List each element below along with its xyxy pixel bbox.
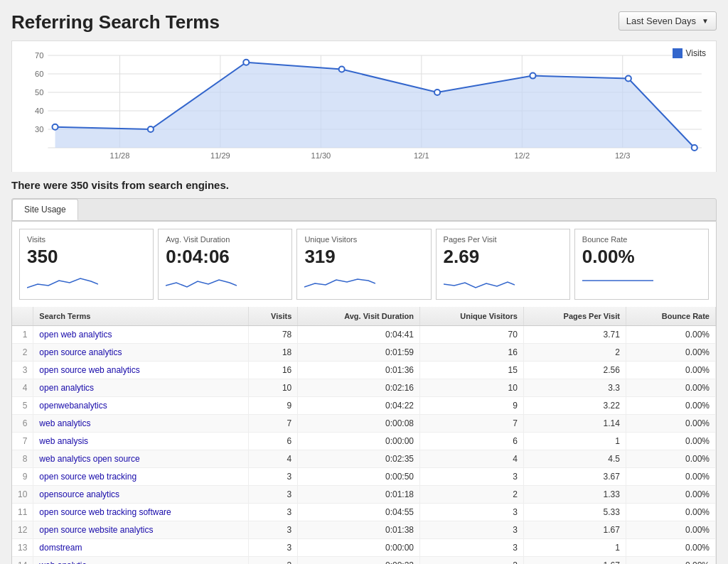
avg-duration-sparkline — [166, 270, 237, 291]
cell-avg-duration: 0:01:59 — [298, 343, 420, 361]
term-link[interactable]: open source web tracking — [39, 472, 136, 482]
tab-site-usage-label: Site Usage — [24, 205, 66, 215]
cell-bounce: 0.00% — [626, 432, 715, 450]
cell-visits: 6 — [249, 432, 298, 450]
cell-visits: 9 — [249, 396, 298, 414]
cell-num: 11 — [12, 503, 33, 521]
cell-avg-duration: 0:02:35 — [298, 450, 420, 467]
cell-ppv: 1.67 — [523, 556, 626, 564]
svg-text:40: 40 — [35, 107, 43, 115]
svg-point-31 — [692, 145, 697, 151]
cell-ppv: 1 — [523, 538, 626, 556]
cell-ppv: 1 — [523, 432, 626, 450]
cell-avg-duration: 0:01:36 — [298, 361, 420, 379]
svg-point-26 — [243, 60, 249, 65]
metric-avg-duration-label: Avg. Visit Duration — [166, 235, 284, 244]
unique-visitors-sparkline — [304, 270, 375, 291]
cell-avg-duration: 0:02:16 — [298, 379, 420, 396]
tab-site-usage[interactable]: Site Usage — [12, 199, 78, 220]
term-link[interactable]: web analytics — [39, 418, 90, 428]
cell-avg-duration: 0:00:00 — [298, 432, 420, 450]
cell-num: 7 — [12, 432, 33, 450]
chevron-down-icon: ▼ — [702, 17, 709, 25]
term-link[interactable]: open web analytics — [39, 330, 112, 340]
cell-term: open source web tracking — [33, 467, 249, 485]
cell-unique: 70 — [420, 325, 524, 343]
cell-ppv: 4.5 — [523, 450, 626, 467]
cell-term: open source web analytics — [33, 361, 249, 379]
svg-text:11/30: 11/30 — [311, 151, 331, 160]
table-row: 2 open source analytics 18 0:01:59 16 2 … — [12, 343, 716, 361]
metric-unique-label: Unique Visitors — [304, 235, 423, 244]
date-range-button[interactable]: Last Seven Days ▼ — [619, 11, 717, 31]
metric-unique-value: 319 — [304, 246, 423, 267]
cell-term: open source analytics — [33, 343, 249, 361]
metric-unique-visitors: Unique Visitors 319 — [296, 229, 431, 300]
cell-bounce: 0.00% — [626, 361, 715, 379]
cell-term: web analytics — [33, 414, 249, 432]
table-row: 7 web analysis 6 0:00:00 6 1 0.00% — [12, 432, 716, 450]
metric-avg-duration-value: 0:04:06 — [166, 246, 284, 267]
cell-term: opensource analytics — [33, 485, 249, 503]
cell-visits: 10 — [249, 379, 298, 396]
term-link[interactable]: domstream — [39, 543, 82, 553]
svg-point-27 — [339, 67, 345, 72]
cell-num: 1 — [12, 325, 33, 343]
table-row: 5 openwebanalytics 9 0:04:22 9 3.22 0.00… — [12, 396, 716, 414]
col-ppv: Pages Per Visit — [523, 307, 626, 326]
cell-bounce: 0.00% — [626, 379, 715, 396]
term-link[interactable]: opensource analytics — [39, 489, 119, 499]
svg-point-30 — [626, 76, 631, 82]
metric-ppv-value: 2.69 — [444, 246, 562, 267]
legend-color-box — [673, 48, 682, 58]
term-link[interactable]: web analysis — [39, 436, 88, 446]
svg-point-24 — [52, 124, 58, 130]
date-range-label: Last Seven Days — [626, 16, 696, 26]
term-link[interactable]: web analytic — [39, 560, 86, 564]
search-terms-table: Search Terms Visits Avg. Visit Duration … — [12, 307, 716, 564]
cell-visits: 4 — [249, 450, 298, 467]
cell-term: openwebanalytics — [33, 396, 249, 414]
cell-unique: 3 — [420, 538, 524, 556]
cell-bounce: 0.00% — [626, 538, 715, 556]
col-search-terms: Search Terms — [33, 307, 249, 326]
term-link[interactable]: web analytics open source — [39, 454, 139, 464]
cell-bounce: 0.00% — [626, 503, 715, 521]
metric-pages-per-visit: Pages Per Visit 2.69 — [436, 229, 570, 300]
metric-visits: Visits 350 — [19, 229, 154, 300]
term-link[interactable]: open source web analytics — [39, 365, 139, 375]
cell-visits: 3 — [249, 538, 298, 556]
term-link[interactable]: open source analytics — [39, 347, 122, 357]
cell-avg-duration: 0:00:08 — [298, 414, 420, 432]
chart-container: Visits 70 60 50 40 30 11/28 11/29 11/30 … — [11, 40, 717, 172]
term-link[interactable]: open analytics — [39, 383, 94, 393]
cell-ppv: 1.67 — [523, 521, 626, 538]
cell-term: open web analytics — [33, 325, 249, 343]
svg-text:50: 50 — [35, 88, 43, 97]
metric-avg-duration: Avg. Visit Duration 0:04:06 — [158, 229, 292, 300]
cell-bounce: 0.00% — [626, 467, 715, 485]
cell-unique: 9 — [420, 396, 524, 414]
cell-ppv: 3.22 — [523, 396, 626, 414]
table-row: 9 open source web tracking 3 0:00:50 3 3… — [12, 467, 716, 485]
cell-ppv: 3.3 — [523, 379, 626, 396]
cell-visits: 78 — [249, 325, 298, 343]
col-num — [12, 307, 33, 326]
main-chart-svg: 70 60 50 40 30 11/28 11/29 11/30 12/1 12… — [19, 48, 709, 162]
svg-point-29 — [530, 73, 535, 79]
cell-term: domstream — [33, 538, 249, 556]
svg-text:60: 60 — [35, 70, 43, 78]
cell-unique: 16 — [420, 343, 524, 361]
cell-avg-duration: 0:04:55 — [298, 503, 420, 521]
term-link[interactable]: openwebanalytics — [39, 401, 107, 411]
term-link[interactable]: open source website analytics — [39, 525, 153, 535]
bounce-sparkline — [582, 270, 653, 291]
col-avg-duration: Avg. Visit Duration — [298, 307, 420, 326]
cell-avg-duration: 0:01:38 — [298, 521, 420, 538]
cell-unique: 10 — [420, 379, 524, 396]
page-container: Referring Search Terms Last Seven Days ▼… — [11, 11, 717, 564]
term-link[interactable]: open source web tracking software — [39, 507, 171, 517]
cell-ppv: 1.33 — [523, 485, 626, 503]
table-row: 6 web analytics 7 0:00:08 7 1.14 0.00% — [12, 414, 716, 432]
metric-bounce-label: Bounce Rate — [582, 235, 701, 244]
